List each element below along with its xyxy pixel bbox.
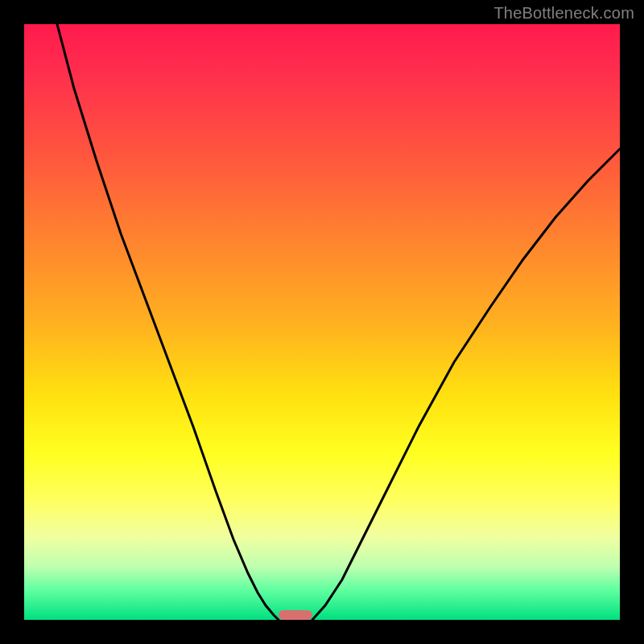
chart-frame: TheBottleneck.com xyxy=(0,0,644,644)
bottleneck-marker xyxy=(279,610,312,620)
plot-area xyxy=(24,24,620,620)
curve-layer xyxy=(24,24,620,620)
right-curve xyxy=(312,149,620,620)
left-curve xyxy=(57,24,279,620)
watermark-text: TheBottleneck.com xyxy=(493,4,634,23)
